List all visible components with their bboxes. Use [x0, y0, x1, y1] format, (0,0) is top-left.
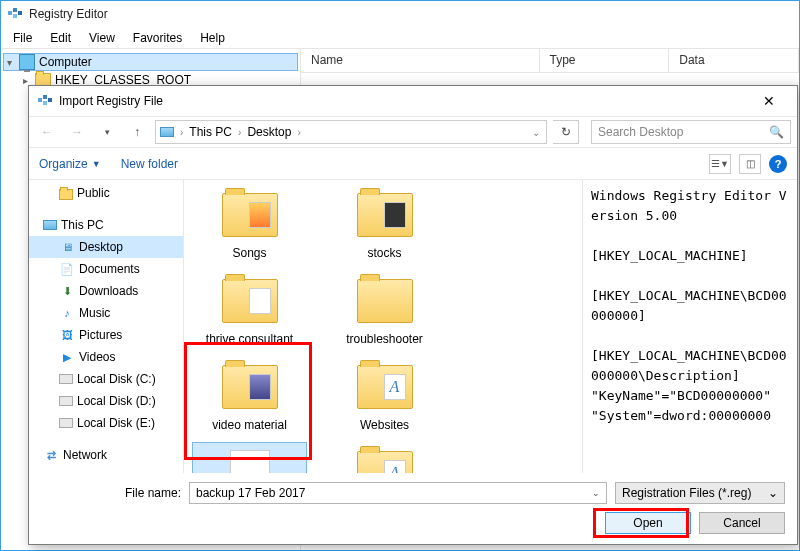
chevron-down-icon[interactable]: ⌄ — [592, 488, 600, 498]
nav-pane[interactable]: Public This PC 🖥Desktop 📄Documents ⬇Down… — [29, 180, 184, 473]
folder-video-material[interactable]: video material — [192, 356, 307, 436]
recent-locations-button[interactable]: ▾ — [95, 120, 119, 144]
nav-drive-c[interactable]: Local Disk (C:) — [29, 368, 183, 390]
tree-computer[interactable]: ▾ Computer — [3, 53, 298, 71]
menu-help[interactable]: Help — [192, 29, 233, 47]
chevron-right-icon[interactable]: › — [295, 127, 302, 138]
search-box[interactable]: Search Desktop 🔍 — [591, 120, 791, 144]
file-backup-reg[interactable]: backup 17 Feb 2017 — [192, 442, 307, 473]
crumb-thispc[interactable]: This PC — [185, 125, 236, 139]
col-name[interactable]: Name — [301, 49, 540, 72]
filename-input[interactable]: backup 17 Feb 2017 ⌄ — [189, 482, 607, 504]
item-label: stocks — [367, 246, 401, 260]
folder-icon — [59, 189, 73, 200]
crumb-desktop[interactable]: Desktop — [243, 125, 295, 139]
cancel-button[interactable]: Cancel — [699, 512, 785, 534]
music-icon: ♪ — [59, 306, 75, 320]
documents-icon: 📄 — [59, 262, 75, 276]
drive-icon — [59, 418, 73, 428]
list-header: Name Type Data — [301, 49, 799, 73]
refresh-button[interactable]: ↻ — [553, 120, 579, 144]
nav-network[interactable]: ⇄Network — [29, 444, 183, 466]
tree-root-label: Computer — [39, 55, 92, 69]
drive-icon — [59, 374, 73, 384]
breadcrumb[interactable]: › This PC › Desktop › ⌄ — [155, 120, 547, 144]
regedit-icon — [37, 93, 53, 109]
item-label: Songs — [232, 246, 266, 260]
svg-rect-3 — [18, 11, 22, 15]
shortcut-documents[interactable]: A↗ Documents - Shortcut — [327, 442, 442, 473]
nav-label: Local Disk (C:) — [77, 372, 156, 386]
item-label: video material — [212, 418, 287, 432]
filename-value: backup 17 Feb 2017 — [196, 486, 305, 500]
item-label: troubleshooter — [346, 332, 423, 346]
pc-icon — [160, 127, 174, 137]
filetype-select[interactable]: Registration Files (*.reg) ⌄ — [615, 482, 785, 504]
preview-pane-button[interactable]: ◫ — [739, 154, 761, 174]
chevron-right-icon[interactable]: › — [236, 127, 243, 138]
nav-label: Network — [63, 448, 107, 462]
nav-thispc[interactable]: This PC — [29, 214, 183, 236]
folder-websites[interactable]: A Websites — [327, 356, 442, 436]
dialog-titlebar: Import Registry File ✕ — [29, 86, 797, 116]
nav-label: Videos — [79, 350, 115, 364]
filetype-label: Registration Files (*.reg) — [622, 486, 751, 500]
titlebar: Registry Editor — [1, 1, 799, 27]
item-label: Websites — [360, 418, 409, 432]
nav-pictures[interactable]: 🖼Pictures — [29, 324, 183, 346]
videos-icon: ▶ — [59, 350, 75, 364]
col-data[interactable]: Data — [669, 49, 799, 72]
new-folder-button[interactable]: New folder — [121, 157, 178, 171]
nav-label: Desktop — [79, 240, 123, 254]
col-type[interactable]: Type — [540, 49, 670, 72]
import-dialog: Import Registry File ✕ ← → ▾ ↑ › This PC… — [28, 85, 798, 545]
pictures-icon: 🖼 — [59, 328, 75, 342]
nav-music[interactable]: ♪Music — [29, 302, 183, 324]
chevron-down-icon[interactable]: ⌄ — [530, 127, 542, 138]
nav-drive-e[interactable]: Local Disk (E:) — [29, 412, 183, 434]
chevron-down-icon[interactable]: ⌄ — [768, 486, 778, 500]
preview-pane: Windows Registry Editor Version 5.00 [HK… — [582, 180, 797, 473]
svg-rect-7 — [48, 98, 52, 102]
nav-label: Music — [79, 306, 110, 320]
search-placeholder: Search Desktop — [598, 125, 683, 139]
nav-drive-d[interactable]: Local Disk (D:) — [29, 390, 183, 412]
menubar: File Edit View Favorites Help — [1, 27, 799, 49]
help-button[interactable]: ? — [769, 155, 787, 173]
svg-rect-2 — [13, 14, 17, 18]
menu-edit[interactable]: Edit — [42, 29, 79, 47]
nav-downloads[interactable]: ⬇Downloads — [29, 280, 183, 302]
view-mode-button[interactable]: ☰ ▼ — [709, 154, 731, 174]
svg-rect-4 — [38, 98, 42, 102]
app-title: Registry Editor — [29, 7, 108, 21]
folder-songs[interactable]: Songs — [192, 184, 307, 264]
computer-icon — [19, 54, 35, 70]
folder-stocks[interactable]: stocks — [327, 184, 442, 264]
svg-rect-0 — [8, 11, 12, 15]
nav-desktop[interactable]: 🖥Desktop — [29, 236, 183, 258]
menu-file[interactable]: File — [5, 29, 40, 47]
forward-button[interactable]: → — [65, 120, 89, 144]
menu-view[interactable]: View — [81, 29, 123, 47]
nav-videos[interactable]: ▶Videos — [29, 346, 183, 368]
svg-rect-5 — [43, 95, 47, 99]
file-list[interactable]: Songs stocks thrive consultant troublesh… — [184, 180, 582, 473]
up-button[interactable]: ↑ — [125, 120, 149, 144]
chevron-right-icon[interactable]: › — [178, 127, 185, 138]
menu-favorites[interactable]: Favorites — [125, 29, 190, 47]
folder-thrive[interactable]: thrive consultant — [192, 270, 307, 350]
nav-documents[interactable]: 📄Documents — [29, 258, 183, 280]
nav-label: This PC — [61, 218, 104, 232]
filename-label: File name: — [41, 486, 181, 500]
dialog-title: Import Registry File — [59, 94, 163, 108]
close-button[interactable]: ✕ — [749, 93, 789, 109]
nav-row: ← → ▾ ↑ › This PC › Desktop › ⌄ ↻ Search… — [29, 116, 797, 148]
svg-rect-6 — [43, 101, 47, 105]
folder-troubleshooter[interactable]: troubleshooter — [327, 270, 442, 350]
open-button[interactable]: Open — [605, 512, 691, 534]
item-label: thrive consultant — [206, 332, 293, 346]
chevron-down-icon: ▼ — [720, 159, 729, 169]
back-button[interactable]: ← — [35, 120, 59, 144]
nav-public[interactable]: Public — [29, 182, 183, 204]
organize-menu[interactable]: Organize ▼ — [39, 157, 101, 171]
